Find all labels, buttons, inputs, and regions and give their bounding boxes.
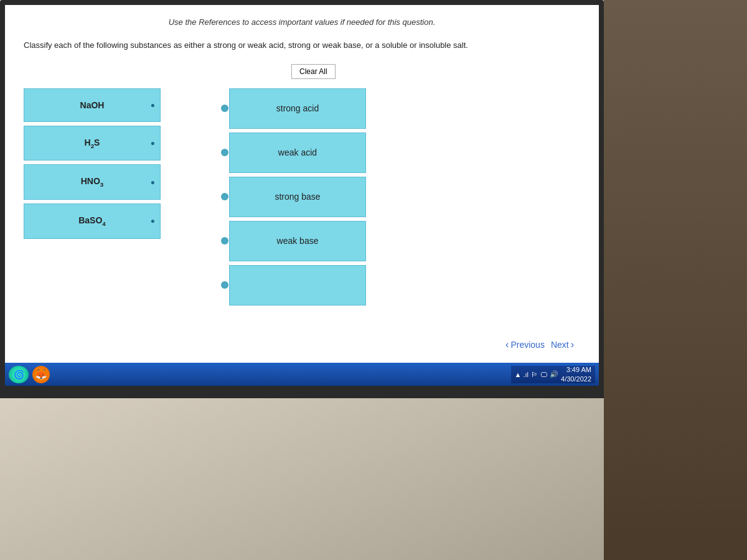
weak-acid-label: weak acid <box>278 147 317 157</box>
target-strong-acid[interactable]: strong acid <box>229 88 366 129</box>
substance-baso4[interactable]: BaSO4 <box>24 203 161 239</box>
screen: Use the References to access important v… <box>5 5 599 386</box>
start-button[interactable]: 🌀 <box>9 366 29 383</box>
substance-naoh[interactable]: NaOH <box>24 88 161 122</box>
connector-dot <box>221 105 228 112</box>
next-label: Next <box>551 340 569 350</box>
system-clock: 3:49 AM 4/30/2022 <box>561 365 591 383</box>
classifications-column: strong acid weak acid strong base w <box>229 88 366 306</box>
web-content: Use the References to access important v… <box>5 5 599 363</box>
connector-dot <box>221 149 228 156</box>
connector-dot <box>221 193 228 200</box>
connector-dot <box>221 281 228 289</box>
substance-hno3[interactable]: HNO3 <box>24 164 161 200</box>
screen-bezel: ? Use the References to access important… <box>0 0 604 398</box>
chevron-right-icon: › <box>571 339 574 350</box>
clear-all-button[interactable]: Clear All <box>291 64 336 79</box>
target-weak-base[interactable]: weak base <box>229 221 366 261</box>
substance-h2s[interactable]: H2S <box>24 126 161 161</box>
battery-icon: 🖵 <box>540 371 547 378</box>
instruction-text: Use the References to access important v… <box>24 17 580 27</box>
target-extra[interactable] <box>229 265 366 306</box>
system-tray: ▲ .ıl 🏳 🖵 🔊 3:49 AM 4/30/2022 <box>511 366 595 383</box>
strong-base-label: strong base <box>275 192 320 202</box>
speaker-icon: 🔊 <box>550 370 558 378</box>
previous-button[interactable]: ‹ Previous <box>505 339 545 350</box>
connector-dot <box>221 237 228 245</box>
firefox-icon[interactable]: 🦊 <box>32 366 50 383</box>
navigation-buttons: ‹ Previous Next › <box>505 339 574 350</box>
chevron-left-icon: ‹ <box>505 339 509 350</box>
network-icon: ▲ .ıl <box>515 371 529 378</box>
strong-acid-label: strong acid <box>276 103 319 113</box>
taskbar: 🌀 🦊 ▲ .ıl 🏳 🖵 🔊 3:49 AM 4/30/2022 <box>5 363 599 386</box>
weak-base-label: weak base <box>277 236 319 246</box>
substances-column: NaOH H2S HNO3 BaSO4 <box>24 88 161 239</box>
clock-time: 3:49 AM <box>561 365 591 374</box>
clock-date: 4/30/2022 <box>561 375 591 383</box>
taskbar-right: ▲ .ıl 🏳 🖵 🔊 3:49 AM 4/30/2022 <box>511 366 595 383</box>
drag-drop-area: NaOH H2S HNO3 BaSO4 strong acid we <box>24 88 580 306</box>
previous-label: Previous <box>510 340 544 350</box>
target-weak-acid[interactable]: weak acid <box>229 133 366 173</box>
taskbar-left: 🌀 🦊 <box>9 366 50 383</box>
next-button[interactable]: Next › <box>551 339 574 350</box>
laptop-body: SONY PCG-NWC350F WEB 💿 DISPLAYOFF ⚡ 🖨 ⏻ … <box>0 398 604 560</box>
laptop-side-panel <box>604 0 747 560</box>
target-strong-base[interactable]: strong base <box>229 177 366 217</box>
flag-icon: 🏳 <box>531 371 538 378</box>
question-text: Classify each of the following substance… <box>24 39 580 52</box>
